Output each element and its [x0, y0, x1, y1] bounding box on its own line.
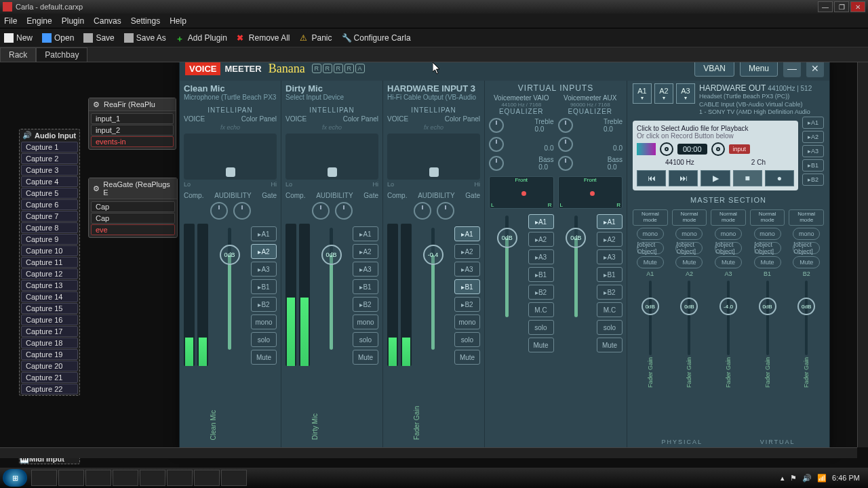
- mute-button[interactable]: Mute: [637, 256, 664, 268]
- mute-button[interactable]: Mute: [793, 256, 820, 268]
- capture-port[interactable]: Capture 19: [21, 349, 78, 360]
- audio-input-node[interactable]: 🔊Audio Input Capture 1Capture 2Capture 3…: [19, 129, 80, 396]
- position-pad[interactable]: Front L R: [489, 176, 554, 209]
- mc-button[interactable]: M.C: [597, 302, 623, 317]
- taskbar-item[interactable]: [194, 470, 220, 486]
- menu-engine[interactable]: Engine: [26, 16, 52, 26]
- capture-port[interactable]: Capture 6: [21, 199, 78, 210]
- mid-knob[interactable]: [489, 137, 504, 152]
- treble-knob[interactable]: [489, 118, 504, 133]
- player-route-b1[interactable]: ▸B1: [802, 159, 824, 171]
- plugin-reagate[interactable]: ⚙ReaGate (ReaPlugs E Cap Cap eve: [88, 178, 178, 238]
- start-button[interactable]: ⊞: [3, 469, 27, 487]
- mono-button[interactable]: mono: [793, 228, 820, 240]
- bus-fader[interactable]: 0dB: [688, 281, 690, 355]
- vm-menu-button[interactable]: Menu: [740, 62, 778, 77]
- vban-button[interactable]: VBAN: [694, 62, 734, 77]
- route-a2[interactable]: ▸A2: [454, 244, 480, 259]
- gate-knob[interactable]: [233, 202, 251, 220]
- taskbar-item[interactable]: [140, 470, 165, 486]
- strip-title[interactable]: HARDWARE INPUT 3: [387, 83, 480, 94]
- mute-button[interactable]: Mute: [353, 350, 378, 365]
- input-pill[interactable]: input: [729, 144, 751, 154]
- vertical-scrollbar[interactable]: [857, 62, 868, 447]
- capture-port[interactable]: Capture 13: [21, 280, 78, 291]
- capture-port[interactable]: Capture 21: [21, 372, 78, 383]
- plugin-reafir[interactable]: ⚙ReaFir (ReaPlu input_1 input_2 events-i…: [88, 98, 176, 150]
- route-a1[interactable]: ▸A1: [454, 226, 480, 241]
- stop-button[interactable]: ■: [733, 170, 762, 186]
- capture-port[interactable]: Capture 5: [21, 188, 78, 199]
- eq-button[interactable]: [object Object]: [675, 242, 703, 254]
- route-a2[interactable]: ▸A2: [353, 244, 378, 259]
- bass-knob[interactable]: [489, 156, 504, 171]
- route-b2[interactable]: ▸B2: [454, 297, 480, 312]
- menu-canvas[interactable]: Canvas: [94, 16, 121, 26]
- fader-head[interactable]: 0dB: [497, 228, 517, 248]
- bus-fader[interactable]: 0dB: [649, 281, 652, 355]
- taskbar-item[interactable]: [58, 470, 84, 486]
- solo-button[interactable]: solo: [528, 320, 554, 335]
- fader-track[interactable]: 0dB: [330, 228, 333, 350]
- r-button[interactable]: R: [344, 64, 354, 73]
- capture-port[interactable]: Capture 3: [21, 165, 78, 176]
- color-panel-button[interactable]: Color Panel: [241, 115, 277, 123]
- route-a3[interactable]: ▸A3: [597, 249, 623, 264]
- capture-port[interactable]: Capture 20: [21, 361, 78, 371]
- gate-knob[interactable]: [335, 202, 353, 220]
- mono-button[interactable]: mono: [251, 314, 277, 329]
- tray-chevron-icon[interactable]: ▴: [781, 474, 785, 483]
- route-a1[interactable]: ▸A1: [353, 226, 378, 241]
- color-panel-button[interactable]: Color Panel: [445, 115, 480, 123]
- position-pad[interactable]: Front L R: [558, 176, 623, 209]
- mc-button[interactable]: M.C: [528, 302, 554, 317]
- mono-button[interactable]: mono: [675, 228, 703, 240]
- taskbar-item[interactable]: [221, 470, 247, 486]
- panic-button[interactable]: ⚠Panic: [300, 33, 332, 43]
- fader-head[interactable]: -0.4: [423, 245, 443, 265]
- mono-button[interactable]: mono: [754, 228, 781, 240]
- capture-port[interactable]: Capture 8: [21, 222, 78, 233]
- open-button[interactable]: Open: [42, 33, 74, 43]
- route-a2[interactable]: ▸A2: [251, 244, 277, 259]
- fader-track[interactable]: 0dB: [228, 228, 231, 350]
- port-cap1[interactable]: Cap: [91, 201, 175, 212]
- player-route-a2[interactable]: ▸A2: [802, 131, 824, 143]
- player-hint[interactable]: Click to Select Audio file for Playback: [637, 125, 794, 132]
- port-input1[interactable]: input_1: [91, 113, 174, 124]
- rewind-button[interactable]: ⏮: [637, 170, 666, 186]
- bus-fader[interactable]: 0dB: [766, 281, 769, 355]
- color-panel-button[interactable]: Color Panel: [343, 115, 378, 123]
- route-a1[interactable]: ▸A1: [251, 226, 277, 241]
- mute-button[interactable]: Mute: [251, 350, 277, 365]
- r-button[interactable]: R: [334, 64, 343, 73]
- tray-clock[interactable]: 6:46 PM: [832, 474, 860, 482]
- comp-knob[interactable]: [312, 202, 330, 220]
- fader-head[interactable]: 0dB: [220, 245, 240, 265]
- bus-mode[interactable]: Normal mode: [750, 209, 785, 226]
- menu-help[interactable]: Help: [170, 16, 186, 26]
- strip-title[interactable]: Clean Mic: [184, 83, 277, 94]
- player-route-a3[interactable]: ▸A3: [802, 145, 824, 157]
- play-button[interactable]: ▶: [701, 170, 730, 186]
- patchbay-canvas[interactable]: ⚙ReaFir (ReaPlu input_1 input_2 events-i…: [0, 62, 176, 468]
- capture-port[interactable]: Capture 16: [21, 314, 78, 325]
- ffwd-button[interactable]: ⏭: [669, 170, 698, 186]
- a1-select[interactable]: A1▾: [633, 83, 652, 104]
- solo-button[interactable]: solo: [353, 332, 378, 347]
- route-b2[interactable]: ▸B2: [528, 285, 554, 300]
- route-b2[interactable]: ▸B2: [251, 297, 277, 312]
- capture-port[interactable]: Capture 18: [21, 338, 78, 348]
- capture-port[interactable]: Capture 12: [21, 268, 78, 279]
- remove-all-button[interactable]: ✖Remove All: [237, 33, 290, 43]
- strip-device[interactable]: Hi-Fi Cable Output (VB-Audio: [387, 94, 480, 101]
- bus-fader-head[interactable]: 0dB: [680, 298, 698, 315]
- port-eve[interactable]: eve: [91, 224, 175, 235]
- a2-select[interactable]: A2▾: [654, 83, 673, 104]
- mute-button[interactable]: Mute: [715, 256, 742, 268]
- eq-button[interactable]: [object Object]: [715, 242, 742, 254]
- mute-button[interactable]: Mute: [754, 256, 781, 268]
- taskbar-item[interactable]: [31, 470, 57, 486]
- taskbar-item[interactable]: [85, 470, 111, 486]
- solo-button[interactable]: solo: [597, 320, 623, 335]
